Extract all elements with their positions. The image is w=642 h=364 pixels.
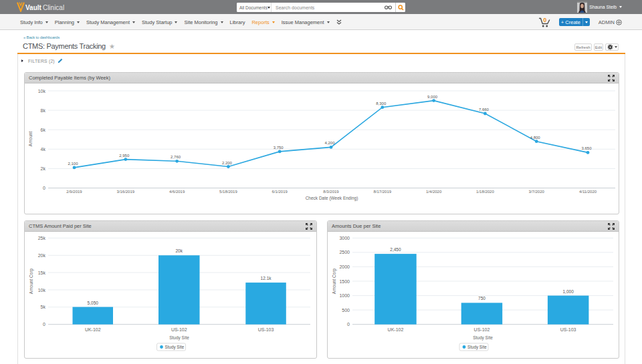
svg-text:10k: 10k (38, 288, 46, 293)
svg-text:2,950: 2,950 (119, 154, 130, 158)
svg-text:Amount Corp: Amount Corp (29, 268, 34, 294)
svg-text:5,050: 5,050 (88, 301, 99, 305)
svg-text:3/16/2019: 3/16/2019 (116, 190, 134, 194)
svg-text:Check Date (Week Ending): Check Date (Week Ending) (306, 196, 358, 201)
svg-text:2,450: 2,450 (390, 247, 401, 252)
svg-text:6/1/2019: 6/1/2019 (272, 190, 288, 194)
svg-text:Study Site: Study Site (165, 345, 185, 350)
svg-text:8,300: 8,300 (376, 102, 387, 106)
svg-text:10k: 10k (38, 89, 46, 94)
svg-text:3,750: 3,750 (274, 146, 284, 150)
svg-text:8/3/2019: 8/3/2019 (323, 190, 339, 194)
svg-text:5/18/2019: 5/18/2019 (219, 190, 237, 194)
svg-text:5k: 5k (41, 305, 46, 309)
svg-text:2500: 2500 (339, 250, 350, 254)
svg-text:2/9/2019: 2/9/2019 (66, 190, 82, 194)
svg-text:3000: 3000 (339, 236, 350, 240)
svg-text:7,660: 7,660 (479, 108, 490, 112)
svg-text:1/18/2020: 1/18/2020 (476, 190, 494, 194)
svg-text:2k: 2k (41, 166, 46, 171)
svg-text:9,000: 9,000 (427, 95, 438, 99)
svg-text:8/17/2019: 8/17/2019 (373, 190, 391, 194)
svg-text:Amount Corp: Amount Corp (332, 268, 337, 294)
svg-text:4,200: 4,200 (324, 141, 335, 145)
svg-text:1,000: 1,000 (563, 289, 574, 294)
svg-text:US-102: US-102 (171, 327, 187, 332)
svg-text:2,100: 2,100 (68, 162, 78, 166)
svg-text:2000: 2000 (339, 264, 350, 269)
svg-text:4/6/2019: 4/6/2019 (169, 190, 185, 194)
svg-text:4k: 4k (41, 147, 46, 152)
svg-text:1/4/2020: 1/4/2020 (426, 190, 442, 194)
svg-text:Amount: Amount (28, 132, 33, 147)
svg-text:1500: 1500 (339, 279, 350, 284)
svg-text:US-102: US-102 (474, 327, 490, 332)
svg-text:US-103: US-103 (560, 327, 576, 332)
svg-text:2,200: 2,200 (222, 161, 233, 165)
svg-text:750: 750 (478, 296, 486, 301)
svg-text:20k: 20k (38, 253, 46, 258)
svg-text:4/11/2020: 4/11/2020 (579, 190, 597, 194)
svg-text:0: 0 (43, 186, 45, 190)
svg-text:8k: 8k (41, 108, 46, 113)
svg-text:3/7/2020: 3/7/2020 (529, 190, 545, 194)
svg-text:Study Site: Study Site (467, 345, 487, 350)
svg-text:0: 0 (347, 322, 350, 327)
svg-text:0: 0 (43, 322, 45, 327)
svg-text:US-103: US-103 (258, 327, 274, 332)
svg-text:6k: 6k (41, 128, 46, 132)
svg-text:Study Site: Study Site (169, 335, 189, 341)
svg-text:500: 500 (342, 308, 350, 313)
svg-text:15k: 15k (38, 270, 46, 275)
svg-text:20k: 20k (176, 248, 183, 253)
svg-text:Study Site: Study Site (473, 335, 493, 341)
svg-text:12.1k: 12.1k (261, 276, 272, 281)
svg-text:UK-102: UK-102 (85, 327, 101, 332)
svg-text:2,760: 2,760 (171, 155, 181, 159)
svg-text:0: 0 (543, 17, 546, 23)
svg-text:1000: 1000 (339, 293, 350, 298)
svg-text:4,800: 4,800 (530, 136, 541, 140)
svg-text:3,650: 3,650 (581, 146, 592, 150)
svg-text:UK-102: UK-102 (388, 327, 404, 332)
svg-text:25k: 25k (38, 236, 46, 240)
